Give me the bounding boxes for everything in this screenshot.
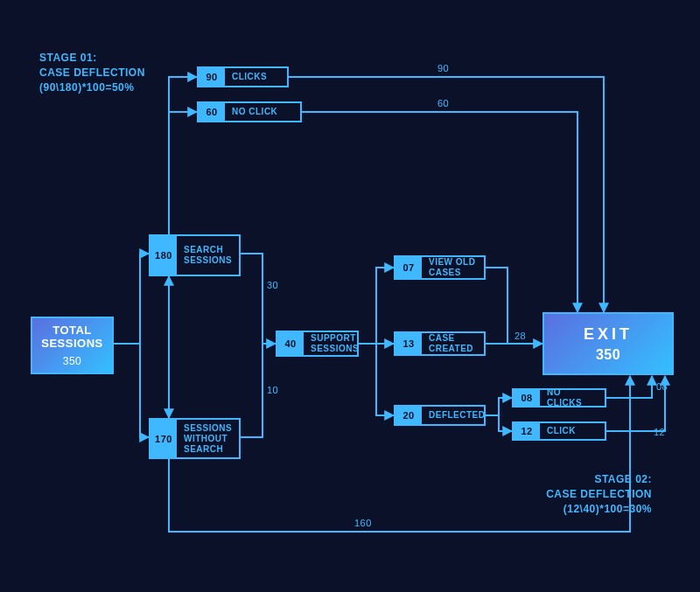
sessions-without-search-label: SESSIONS WITHOUT SEARCH [177, 420, 239, 458]
no-click-node: 60 NO CLICK [197, 101, 302, 122]
case-created-label: CASE CREATED [422, 330, 484, 358]
edge-label-12: 12 [654, 427, 665, 437]
exit-node: EXIT 350 [542, 312, 674, 375]
click-label: CLICK [540, 422, 583, 440]
stage-2-calc: (12\40)*100=30% [512, 502, 652, 517]
stage-2-annotation: STAGE 02: CASE DEFLECTION (12\40)*100=30… [512, 472, 652, 516]
exit-value: 350 [596, 347, 620, 363]
search-sessions-node: 180 SEARCH SESSIONS [149, 234, 241, 276]
sessions-without-search-count: 170 [150, 420, 177, 457]
edge-label-08: 08 [656, 381, 668, 392]
clicks-node: 90 CLICKS [197, 66, 289, 87]
case-created-count: 13 [396, 333, 422, 354]
search-sessions-label: SEARCH SESSIONS [177, 241, 239, 269]
click-count: 12 [514, 423, 540, 439]
deflected-node: 20 DEFLECTED [394, 405, 486, 426]
edge-label-90: 90 [438, 63, 449, 73]
stage-1-calc: (90\180)*100=50% [39, 80, 145, 95]
sessions-without-search-node: 170 SESSIONS WITHOUT SEARCH [149, 418, 241, 459]
no-click-count: 60 [199, 103, 225, 121]
total-sessions-label: TOTAL SESSIONS [32, 324, 112, 350]
total-sessions-value: 350 [63, 355, 82, 367]
stage-1-title: STAGE 01: [39, 51, 145, 66]
edge-label-30: 30 [267, 280, 278, 290]
support-sessions-label: SUPPORT SESSIONS [304, 330, 366, 358]
no-clicks-count: 08 [514, 390, 540, 406]
edge-label-60: 60 [438, 98, 449, 108]
no-click-label: NO CLICK [225, 103, 284, 121]
deflected-label: DEFLECTED [422, 407, 493, 424]
click-node: 12 CLICK [512, 421, 606, 441]
view-old-cases-label: VIEW OLD CASES [422, 254, 484, 282]
clicks-count: 90 [199, 68, 225, 86]
stage-1-annotation: STAGE 01: CASE DEFLECTION (90\180)*100=5… [39, 51, 145, 94]
case-created-node: 13 CASE CREATED [394, 331, 486, 356]
stage-1-sub: CASE DEFLECTION [39, 66, 145, 80]
stage-2-sub: CASE DEFLECTION [512, 487, 652, 502]
total-sessions-node: TOTAL SESSIONS 350 [31, 317, 114, 374]
edge-label-10: 10 [267, 385, 278, 395]
no-clicks-label: NO CLICKS [540, 384, 605, 412]
stage-2-title: STAGE 02: [512, 472, 652, 487]
search-sessions-count: 180 [150, 236, 177, 275]
deflected-count: 20 [396, 407, 422, 424]
view-old-cases-count: 07 [396, 257, 422, 278]
support-sessions-node: 40 SUPPORT SESSIONS [276, 331, 359, 357]
edge-label-160: 160 [354, 518, 372, 528]
clicks-label: CLICKS [225, 68, 274, 86]
view-old-cases-node: 07 VIEW OLD CASES [394, 255, 486, 280]
support-sessions-count: 40 [277, 332, 304, 355]
no-clicks-node: 08 NO CLICKS [512, 388, 606, 407]
exit-label: EXIT [584, 325, 633, 344]
edge-label-28: 28 [514, 331, 526, 341]
